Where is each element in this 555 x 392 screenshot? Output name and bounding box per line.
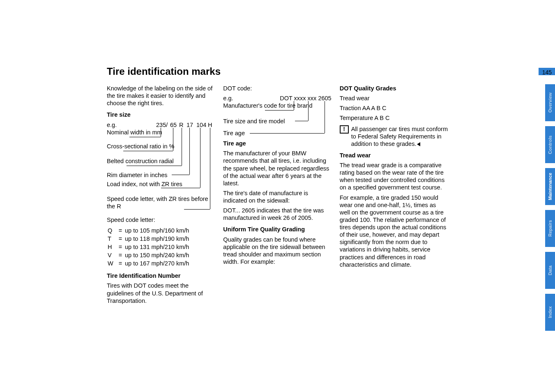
dqg-l3: Temperature A B C: [340, 114, 448, 122]
dqg-l1: Tread wear: [340, 95, 448, 102]
tire-size-heading: Tire size: [107, 111, 215, 118]
dot-heading: DOT code:: [223, 85, 331, 92]
table-row: T=up to 118 mph/190 km/h: [108, 235, 189, 242]
tab-repairs[interactable]: Repairs: [545, 210, 555, 247]
lbl-nominal: Nominal width in mm: [107, 129, 162, 136]
page-number: 145: [542, 69, 552, 76]
tab-overview[interactable]: Overview: [545, 84, 555, 121]
part-235: 235/: [156, 121, 168, 129]
warning-box: ! All passenger car tires must conform t…: [340, 125, 448, 148]
lbl-rim: Rim diameter in inches: [107, 171, 167, 179]
tire-age-p3: DOT... 2605 indicates that the tire was …: [223, 207, 331, 221]
tire-age-heading: Tire age: [223, 140, 331, 147]
tire-age-p2: The tire's date of manufacture is indica…: [223, 189, 331, 204]
table-row: W=up to 167 mph/270 km/h: [108, 260, 189, 267]
column-3: DOT Quality Grades Tread wear Traction A…: [340, 85, 448, 307]
part-65: 65: [170, 121, 177, 129]
speed-code-table: Q=up to 105 mph/160 km/h T=up to 118 mph…: [107, 226, 190, 268]
lbl-belted: Belted construction radial: [107, 157, 174, 165]
lbl-speed: Speed code letter, with ZR tires before …: [107, 195, 215, 210]
part-17: 17: [187, 121, 193, 129]
lbl-age: Tire age: [223, 129, 245, 137]
dqg-heading: DOT Quality Grades: [340, 85, 448, 92]
warning-icon: !: [340, 125, 349, 134]
tin-heading: Tire Identification Number: [107, 272, 215, 279]
lbl-tsize: Tire size and tire model: [223, 118, 285, 125]
utqg-body: Quality grades can be found where applic…: [223, 236, 331, 266]
intro-text: Knowledge of the labeling on the side of…: [107, 85, 215, 107]
page-title: Tire identification marks: [107, 66, 448, 77]
lbl-load: Load index, not with ZR tires: [107, 180, 182, 188]
utqg-heading: Uniform Tire Quality Grading: [223, 226, 331, 233]
column-2: DOT code: e.g. DOT xxxx xxx 2605 Manufac…: [223, 85, 331, 307]
tread-wear-p1: The tread wear grade is a comparative ra…: [340, 161, 448, 191]
dqg-l2: Traction AA A B C: [340, 104, 448, 112]
tread-wear-p2: For example, a tire graded 150 would wea…: [340, 194, 448, 268]
page-content: Tire identification marks Knowledge of t…: [107, 66, 448, 307]
dot-diagram: e.g. DOT xxxx xxx 2605 Manufacturer's co…: [223, 95, 331, 136]
warning-text: All passenger car tires must conform to …: [351, 126, 448, 147]
side-tabs: Overview Controls Maintenance Repairs Da…: [545, 84, 555, 336]
table-row: H=up to 131 mph/210 km/h: [108, 243, 189, 251]
tab-data[interactable]: Data: [545, 252, 555, 289]
speed-code-intro: Speed code letter:: [107, 216, 215, 224]
back-arrow-icon: [417, 142, 420, 146]
tab-index[interactable]: Index: [545, 294, 555, 331]
column-1: Knowledge of the labeling on the side of…: [107, 85, 215, 307]
lbl-csr: Cross-sectional ratio in %: [107, 143, 174, 150]
tire-size-diagram: e.g. 235/ 65 R 17 104 H Nominal width in…: [107, 121, 215, 214]
tab-maintenance[interactable]: Maintenance: [545, 168, 555, 205]
tire-age-p1: The manufacturer of your BMW recommends …: [223, 150, 331, 187]
tab-controls[interactable]: Controls: [545, 126, 555, 163]
tread-wear-heading: Tread wear: [340, 152, 448, 159]
part-104: 104: [196, 121, 206, 129]
table-row: Q=up to 105 mph/160 km/h: [108, 227, 189, 234]
tin-body: Tires with DOT codes meet the guidelines…: [107, 282, 215, 304]
table-row: V=up to 150 mph/240 km/h: [108, 251, 189, 259]
lbl-mfr: Manufacturer's code for tire brand: [223, 102, 312, 109]
dot-example: DOT xxxx xxx 2605: [280, 95, 331, 102]
dot-eg: e.g.: [223, 95, 233, 102]
tire-size-eg: e.g.: [107, 121, 117, 129]
